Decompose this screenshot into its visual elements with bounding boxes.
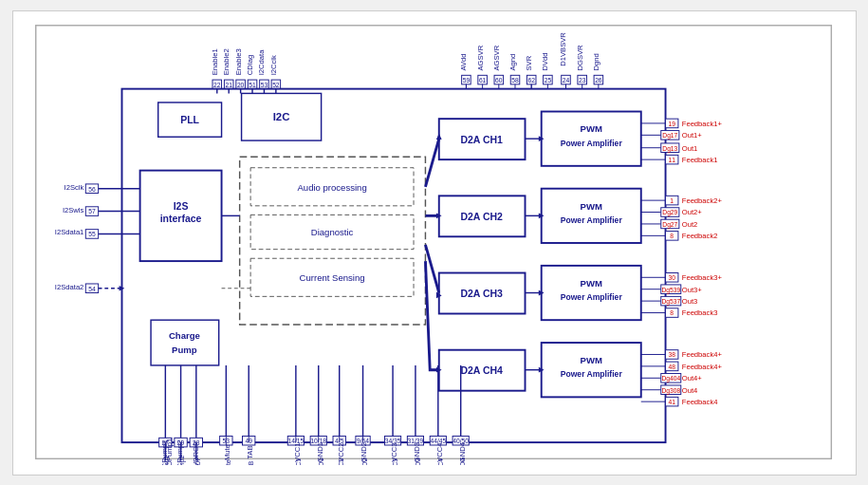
audio-proc-label: Audio processing: [297, 181, 366, 192]
pin-agsvr1-label: AGSVR: [475, 45, 484, 70]
pin-fb4p2-label: Feedback4+: [681, 362, 722, 370]
pin-out3p-label: Out3+: [681, 285, 702, 293]
pin-vcc4-text: VCC4: [436, 457, 443, 464]
pin-i2sdata2-num: 54: [88, 285, 96, 291]
d2a-ch4-label: D2A CH4: [460, 364, 503, 376]
pin-cdiag-label: CDIag: [246, 54, 254, 75]
pin-fb3-label: Feedback3: [681, 308, 717, 317]
pin-i2swls-num: 57: [88, 208, 96, 215]
pin-mute-text: Mute: [225, 459, 231, 465]
pwm-ch2-label2: Power Amplifier: [560, 215, 622, 224]
pin-fb1p-label: Feedback1+: [681, 119, 722, 127]
pin-out1-label: Out1: [681, 143, 697, 152]
diagram-container: Enable1 22 Enable2 21 Enable3 20 CDIag 5…: [12, 10, 857, 476]
pin-dgsvr-num: 23: [578, 76, 585, 83]
pin-out4p-label: Out4+: [681, 374, 702, 382]
pin-d1vbsvr-label: D1VBSVR: [559, 31, 567, 65]
pin-enable3-label: Enable3: [233, 48, 242, 75]
pwm-ch2-label1: PWM: [580, 200, 601, 211]
pwm-ch3-label1: PWM: [580, 277, 601, 288]
pin-dvdd-label: DVdd: [541, 52, 549, 70]
pwm-ch4-label1: PWM: [580, 355, 601, 365]
pin-fb2-label: Feedback2: [681, 232, 717, 240]
pin-vcc1-text: VCC1: [294, 457, 301, 464]
pin-out1p-num: Dg17: [662, 132, 677, 140]
pin-d1vbsvr-num: 24: [562, 76, 569, 83]
pin-out1p-label: Out1+: [681, 131, 702, 140]
pin-out2-num: Dg27: [662, 220, 677, 228]
pin-fb3-num: 8: [670, 309, 674, 316]
d2a-ch1-label: D2A CH1: [460, 133, 503, 144]
pin-out4p-num: Dg404: [661, 375, 680, 382]
pin-out2p-label: Out2+: [681, 208, 702, 216]
pin-enable2-label: Enable2: [222, 48, 231, 75]
pin-svr-num: 62: [527, 76, 535, 83]
pin-fb4p1-label: Feedback4+: [681, 350, 722, 359]
pin-cpump1-text: CPump1: [163, 455, 171, 464]
pin-out1-num: Dg13: [662, 144, 677, 152]
current-sensing-label: Current Sensing: [299, 272, 364, 283]
i2s-label2: interface: [159, 213, 201, 224]
pin-i2sdata1-num: 55: [88, 231, 96, 237]
pin-gnd4-text: GND4: [459, 457, 466, 465]
pin-out2-label: Out2: [681, 219, 697, 228]
pin-vdrop-text: VDROP: [194, 456, 200, 465]
pin-fb2p-num: 1: [670, 196, 674, 203]
pin-out2p-num: Dg29: [662, 209, 677, 216]
pin-svr-label: SVR: [525, 55, 533, 70]
pin-dgnd-num: 26: [595, 76, 602, 83]
pin-i2sdata1-label: I2Sdata1: [54, 228, 83, 236]
pin-vcc3-text: VCC3: [391, 457, 397, 464]
pin-gnd2-text: GND2: [361, 457, 368, 465]
pin-i2cclk-num: 52: [272, 81, 280, 87]
pin-fb2-num: 8: [670, 233, 674, 239]
pin-agnd-label: Agnd: [508, 53, 517, 70]
pin-enable2-num: 21: [225, 81, 232, 87]
pin-fb4-label: Feedback4: [681, 398, 717, 406]
pwm-ch1-label2: Power Amplifier: [560, 138, 622, 147]
pin-agnd-num: 58: [511, 76, 519, 83]
pin-dgnd-label: Dgnd: [591, 53, 600, 70]
charge-pump-label1: Charge: [168, 330, 199, 341]
pin-i2cclk-label: I2Cclk: [268, 54, 277, 74]
pin-gnd1-text: GND1: [317, 457, 323, 465]
pin-fb3p-num: 30: [668, 274, 675, 281]
pin-fb3p-label: Feedback3+: [681, 273, 722, 282]
pin-agsvr2-label: AGSVR: [491, 45, 500, 70]
pin-out3p-num: Dg539: [661, 286, 680, 293]
pin-avdd-label: AVdd: [459, 53, 468, 70]
pwm-ch4-label2: Power Amplifier: [560, 369, 622, 379]
pin-out4-num: Dg308: [661, 386, 680, 394]
pin-enable1-label: Enable1: [210, 48, 218, 75]
i2c-label: I2C: [272, 111, 289, 122]
pin-i2sdata2-label: I2Sdata2: [54, 282, 83, 290]
block-diagram: Enable1 22 Enable2 21 Enable3 20 CDIag 5…: [23, 21, 846, 465]
pwm-ch1-label1: PWM: [580, 123, 601, 134]
pin-agsvr1-num: 61: [478, 76, 486, 83]
pin-enable3-num: 20: [236, 81, 244, 87]
pin-i2swls-label: I2Swls: [62, 205, 83, 214]
pin-i2sclk-label: I2Sclk: [64, 182, 83, 191]
d2a-ch2-label: D2A CH2: [460, 211, 503, 222]
pin-out3-num: Dg537: [661, 297, 680, 305]
pin-fb1-num: 11: [668, 156, 675, 162]
pin-fb4p1-num: 38: [668, 351, 675, 358]
pin-vcc2-text: VCC2: [338, 457, 344, 464]
pin-dgsvr-label: DGSVR: [575, 44, 583, 70]
pin-fb1-label: Feedback1: [681, 155, 717, 163]
pll-label: PLL: [180, 113, 199, 124]
pin-out3-label: Out3: [681, 296, 697, 305]
pin-fb1p-num: 19: [668, 120, 675, 126]
pin-i2sclk-num: 56: [88, 185, 96, 192]
pin-fb4-num: 41: [668, 399, 675, 405]
pwm-ch3-label2: Power Amplifier: [560, 292, 622, 302]
charge-pump-label2: Pump: [172, 344, 197, 354]
diagnostic-label: Diagnostic: [310, 227, 353, 237]
pin-cdiag-num: 51: [249, 81, 256, 87]
pin-avdd-num: 59: [462, 76, 470, 83]
pin-out4-label: Out4: [681, 385, 697, 394]
pin-i2cdata-num: 53: [260, 81, 268, 87]
pin-tab-label: TAB: [246, 445, 254, 458]
pin-fb4p2-num: 48: [668, 363, 675, 369]
d2a-ch3-label: D2A CH3: [460, 288, 503, 299]
